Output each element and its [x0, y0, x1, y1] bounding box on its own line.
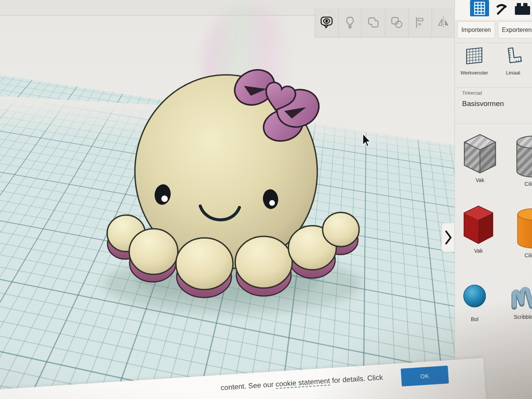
ungroup-icon [389, 15, 404, 30]
align-icon [412, 15, 428, 30]
toolbar-mirror-button[interactable] [432, 8, 455, 37]
cookie-text-prefix: content. See our [220, 380, 276, 391]
shape-item-sphere[interactable]: Bol [459, 284, 490, 322]
design-grid-icon [473, 2, 486, 15]
shape-label: Cilinder [524, 252, 532, 258]
cookie-text: content. See our cookie statement for de… [220, 370, 383, 392]
shape-item-scribble[interactable]: Scribble [507, 282, 532, 320]
shape-item-hole-cylinder[interactable]: Cilinder [513, 135, 532, 187]
blocks-view-button[interactable] [493, 0, 510, 17]
header-actions: Importeren Exporteren [457, 21, 532, 38]
shape-label: Vak [475, 177, 484, 183]
shape-label: Vak [474, 248, 483, 254]
workplane-tool-label: Werkvenster [461, 70, 488, 76]
workplane-tools-row: Werkvenster Liniaal [455, 45, 532, 76]
ruler-icon [503, 45, 523, 67]
mirror-icon [436, 15, 451, 30]
panel-divider [455, 87, 532, 88]
toolbar-group-button[interactable] [361, 8, 385, 37]
shape-item-red-box[interactable]: Vak [460, 205, 497, 254]
sphere-thumb [463, 284, 486, 308]
mouse-cursor [362, 134, 372, 147]
group-icon [366, 15, 381, 30]
ruler-tool[interactable]: Liniaal [494, 45, 532, 76]
shape-panel: Importeren Exporteren Werkvenster [454, 0, 532, 399]
toolbar-comment-eye-button[interactable] [315, 8, 338, 37]
red-box-thumb [462, 205, 494, 245]
shape-item-hole-box[interactable]: Vak [461, 134, 499, 183]
toolbar-lightbulb-button[interactable] [338, 8, 362, 37]
shape-category-dropdown[interactable]: Tinkercad Basisvormen [462, 90, 504, 108]
shape-label: Cilinder [524, 181, 532, 187]
cookie-ok-button[interactable]: OK [401, 366, 449, 386]
shape-item-orange-cylinder[interactable]: Cilinder [513, 207, 532, 258]
model-octopus[interactable] [0, 0, 454, 399]
lightbulb-icon [342, 15, 358, 30]
brand-label: Tinkercad [462, 90, 504, 96]
panel-collapse-toggle[interactable] [441, 223, 454, 252]
hole-cylinder-thumb [515, 135, 532, 178]
panel-divider [455, 43, 532, 43]
shape-label: Bol [471, 316, 478, 322]
design-grid-view-button[interactable] [470, 0, 489, 16]
export-button[interactable]: Exporteren [498, 21, 532, 38]
ruler-tool-label: Liniaal [506, 70, 520, 76]
workplane-tool[interactable]: Werkvenster [455, 45, 494, 76]
chevron-right-icon [445, 229, 452, 246]
toolbar-align-button[interactable] [408, 8, 432, 37]
shape-label: Scribble [514, 314, 532, 320]
cookie-statement-link[interactable]: cookie statement [275, 377, 330, 389]
cookie-text-suffix: for details. Click [330, 373, 383, 385]
comment-eye-icon [319, 15, 334, 30]
brick-icon [514, 1, 532, 17]
category-label: Basisvormen [462, 100, 504, 108]
import-button[interactable]: Importeren [457, 21, 495, 38]
orange-cylinder-thumb [515, 207, 532, 249]
bricks-view-button[interactable] [514, 0, 532, 17]
viewport-3d[interactable] [0, 0, 454, 399]
toolbar-ungroup-button[interactable] [385, 8, 408, 37]
scribble-thumb [509, 282, 532, 312]
hole-box-thumb [463, 134, 497, 174]
workplane-grid-icon [464, 45, 484, 67]
view-switcher [455, 0, 532, 20]
canvas-toolbar-strip [315, 8, 454, 38]
pickaxe-icon [493, 0, 510, 17]
panel-divider [455, 123, 532, 124]
